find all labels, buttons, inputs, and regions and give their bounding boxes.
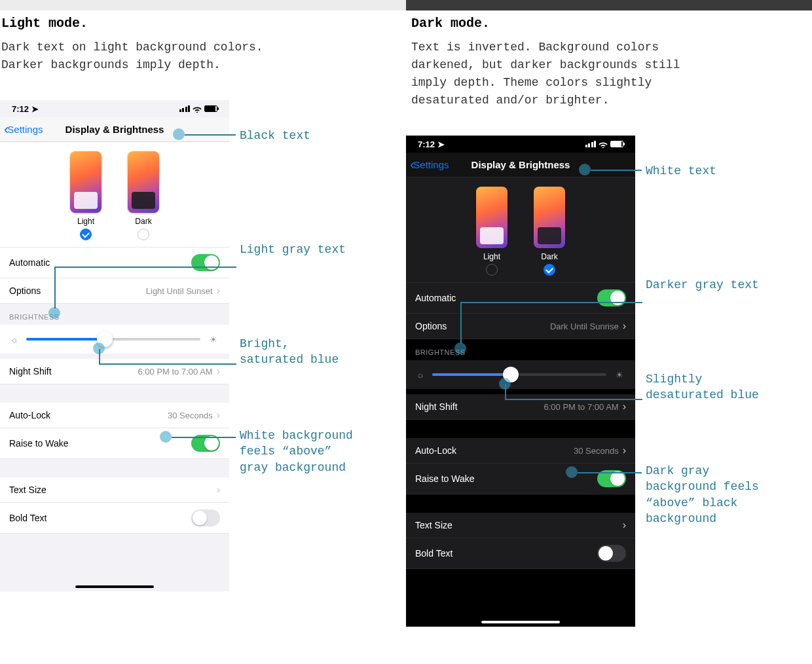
options-row[interactable]: Options Dark Until Sunrise › xyxy=(406,314,635,339)
brightness-header: BRIGHTNESS xyxy=(0,304,229,325)
appearance-option-dark[interactable]: Dark xyxy=(128,151,159,240)
chevron-right-icon: › xyxy=(217,484,220,496)
auto-lock-label: Auto-Lock xyxy=(415,445,456,456)
light-radio[interactable] xyxy=(80,229,92,240)
bold-text-toggle[interactable] xyxy=(191,509,220,526)
automatic-row: Automatic xyxy=(0,248,229,278)
automatic-row: Automatic xyxy=(406,283,635,314)
signal-icon xyxy=(179,105,191,112)
annot-dot xyxy=(454,342,466,354)
back-button[interactable]: ‹Settings xyxy=(4,122,43,137)
night-shift-value: 6:00 PM to 7:00 AM xyxy=(138,367,212,377)
annot-white-bg: White background feels “above” gray back… xyxy=(240,428,364,475)
back-label: Settings xyxy=(7,124,43,135)
chevron-right-icon: › xyxy=(623,519,626,531)
light-desc: Dark text on light background colors. Da… xyxy=(0,39,301,74)
bold-text-row: Bold Text xyxy=(406,538,635,569)
chevron-right-icon: › xyxy=(623,320,626,332)
status-time: 7:12 xyxy=(12,104,29,114)
annot-line xyxy=(505,399,642,400)
light-label: Light xyxy=(476,252,507,261)
location-icon: ➤ xyxy=(31,104,39,114)
night-shift-row[interactable]: Night Shift 6:00 PM to 7:00 AM › xyxy=(406,394,635,420)
raise-to-wake-row: Raise to Wake xyxy=(406,464,635,494)
back-button[interactable]: ‹Settings xyxy=(410,158,449,172)
dark-thumbnail xyxy=(128,151,159,213)
phone-light: 7:12 ➤ ‹Settings Display & Brightness Li… xyxy=(0,100,229,591)
light-top-bar xyxy=(0,0,406,10)
annot-desat-blue: Slightly desaturated blue xyxy=(646,371,777,403)
annot-dot xyxy=(48,307,60,319)
appearance-option-light[interactable]: Light xyxy=(70,151,101,240)
options-row[interactable]: Options Light Until Sunset › xyxy=(0,278,229,304)
annot-bright-blue: Bright, saturated blue xyxy=(240,336,358,368)
dark-radio[interactable] xyxy=(544,264,555,276)
back-label: Settings xyxy=(413,159,449,170)
status-time: 7:12 xyxy=(418,139,435,149)
nav-bar: ‹Settings Display & Brightness xyxy=(406,153,635,177)
annot-line xyxy=(99,349,100,363)
chevron-right-icon: › xyxy=(623,401,626,413)
brightness-row: ☼ ☀ xyxy=(406,360,635,389)
light-thumbnail xyxy=(70,151,101,213)
options-label: Options xyxy=(9,286,41,296)
dark-top-bar xyxy=(406,0,812,10)
status-bar: 7:12 ➤ xyxy=(0,100,229,117)
text-size-label: Text Size xyxy=(9,485,46,495)
chevron-right-icon: › xyxy=(623,445,626,456)
home-indicator xyxy=(481,621,560,623)
automatic-toggle[interactable] xyxy=(597,289,626,306)
raise-label: Raise to Wake xyxy=(415,473,475,484)
annot-line xyxy=(460,302,642,303)
auto-lock-row[interactable]: Auto-Lock 30 Seconds › xyxy=(0,403,229,428)
annot-darker-gray: Darker gray text xyxy=(646,277,764,293)
annot-line xyxy=(54,267,236,268)
battery-icon xyxy=(204,105,217,112)
annot-line xyxy=(460,302,462,344)
bold-text-label: Bold Text xyxy=(9,513,46,523)
light-radio[interactable] xyxy=(486,264,498,276)
dark-radio[interactable] xyxy=(138,229,149,240)
brightness-slider[interactable] xyxy=(432,373,606,376)
signal-icon xyxy=(585,141,597,147)
location-icon: ➤ xyxy=(437,139,445,149)
appearance-option-dark[interactable]: Dark xyxy=(534,187,565,276)
night-shift-row[interactable]: Night Shift 6:00 PM to 7:00 AM › xyxy=(0,359,229,384)
chevron-right-icon: › xyxy=(217,365,220,377)
auto-lock-label: Auto-Lock xyxy=(9,410,50,420)
dark-label: Dark xyxy=(534,252,565,261)
annot-dot xyxy=(173,128,185,140)
home-indicator xyxy=(75,585,154,588)
raise-label: Raise to Wake xyxy=(9,438,69,449)
automatic-label: Automatic xyxy=(9,257,50,268)
dark-heading: Dark mode. xyxy=(406,16,812,31)
night-shift-label: Night Shift xyxy=(9,366,52,377)
auto-lock-value: 30 Seconds xyxy=(168,411,213,420)
options-value: Light Until Sunset xyxy=(146,286,213,296)
sun-small-icon: ☼ xyxy=(415,369,426,380)
automatic-toggle[interactable] xyxy=(191,254,220,271)
brightness-slider[interactable] xyxy=(26,338,200,341)
brightness-header: BRIGHTNESS xyxy=(406,339,635,360)
text-size-row[interactable]: Text Size › xyxy=(0,477,229,503)
annot-light-gray: Light gray text xyxy=(240,242,358,257)
options-value: Dark Until Sunrise xyxy=(550,322,619,331)
appearance-picker: Light Dark xyxy=(406,177,635,283)
annot-line xyxy=(99,363,236,365)
annot-line xyxy=(505,384,506,399)
options-label: Options xyxy=(415,321,447,331)
annot-dot xyxy=(566,466,578,478)
dark-label: Dark xyxy=(128,217,159,226)
chevron-right-icon: › xyxy=(217,409,220,421)
bold-text-toggle[interactable] xyxy=(597,545,626,562)
auto-lock-row[interactable]: Auto-Lock 30 Seconds › xyxy=(406,438,635,464)
annot-dark-bg: Dark gray background feels “above” black… xyxy=(646,463,777,526)
status-bar: 7:12 ➤ xyxy=(406,136,635,153)
raise-to-wake-row: Raise to Wake xyxy=(0,428,229,459)
sun-small-icon: ☼ xyxy=(9,334,20,344)
text-size-label: Text Size xyxy=(415,520,452,530)
annot-line xyxy=(578,472,642,473)
phone-dark: 7:12 ➤ ‹Settings Display & Brightness Li… xyxy=(406,136,635,627)
appearance-option-light[interactable]: Light xyxy=(476,187,507,276)
text-size-row[interactable]: Text Size › xyxy=(406,513,635,538)
